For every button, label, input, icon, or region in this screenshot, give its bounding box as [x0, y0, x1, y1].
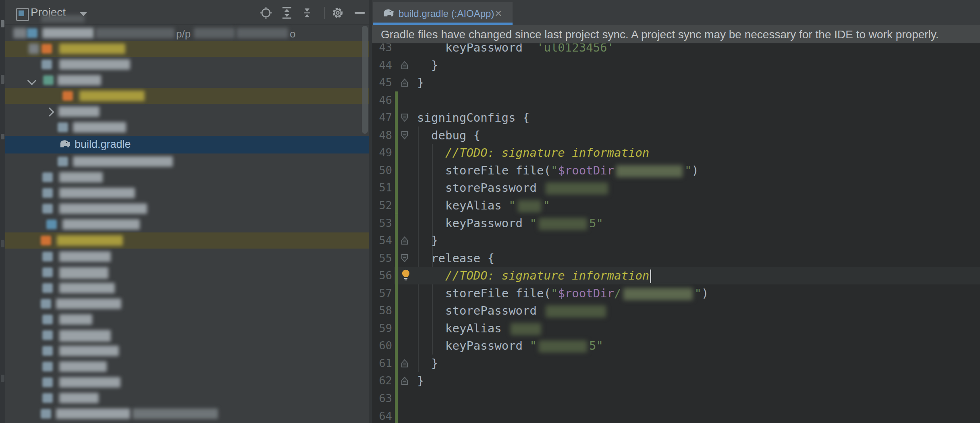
tree-row[interactable]: [5, 56, 369, 73]
tree-row-build-gradle[interactable]: build.gradle: [5, 136, 369, 153]
code-line[interactable]: 55release {: [372, 249, 980, 267]
vcs-change-bar: [395, 319, 398, 337]
line-number: 54: [372, 232, 395, 249]
vcs-change-bar: [395, 407, 398, 423]
code-line[interactable]: 48debug {: [372, 126, 980, 144]
code-line[interactable]: 58storePassword: [372, 302, 980, 319]
panel-editor-divider[interactable]: [369, 0, 372, 423]
orange-folder-icon: [42, 44, 52, 54]
teal-folder-icon: [43, 75, 54, 85]
blur-redaction: [539, 218, 587, 230]
tree-row[interactable]: [5, 264, 369, 280]
blur-redaction: [96, 28, 174, 38]
tree-row[interactable]: [5, 390, 369, 406]
code-line[interactable]: 50storeFile file("$rootDir"): [372, 162, 980, 179]
tree-row[interactable]: [5, 311, 369, 328]
toolbar-separator: [324, 7, 325, 19]
slate-folder-icon: [58, 157, 68, 166]
tree-row[interactable]: [5, 296, 369, 312]
tree-row[interactable]: [5, 249, 369, 265]
code-line[interactable]: 57storeFile file("$rootDir/"): [372, 284, 980, 302]
blur-redaction: [133, 408, 218, 419]
tree-row[interactable]: [5, 88, 369, 104]
code-text: //TODO: signature information: [403, 144, 649, 162]
code-text: storePassword: [403, 179, 610, 197]
code-line[interactable]: 52keyAlias "": [372, 197, 980, 214]
code-text: signingConfigs {: [403, 109, 529, 126]
locate-icon[interactable]: [259, 6, 273, 20]
vcs-change-bar: [395, 372, 398, 390]
code-line[interactable]: 53keyPassword "5": [372, 214, 980, 232]
vcs-change-bar: [395, 197, 398, 214]
code-line[interactable]: 51storePassword: [372, 179, 980, 197]
tree-row[interactable]: [5, 185, 369, 201]
close-icon[interactable]: ×: [495, 6, 502, 20]
code-line[interactable]: 44}: [372, 56, 980, 74]
blur-redaction: [59, 203, 147, 214]
tree-row[interactable]: [5, 41, 369, 57]
chevron-down-icon[interactable]: [80, 12, 87, 16]
code-line[interactable]: 54}: [372, 232, 980, 249]
vcs-change-bar: [395, 214, 398, 232]
tool-window-stripe: [0, 0, 5, 423]
editor-tab-bar: build.gradle (:AIOApp) ×: [372, 0, 980, 25]
slate-folder-icon: [41, 299, 51, 309]
blur-redaction: [539, 340, 587, 352]
tree-row[interactable]: [5, 119, 369, 135]
tree-row[interactable]: [5, 343, 369, 359]
code-editor[interactable]: 43keyPassword 'ul0123456'44}45}4647signi…: [372, 43, 980, 423]
code-line[interactable]: 62}: [372, 372, 980, 390]
tree-row[interactable]: [5, 327, 369, 343]
code-line[interactable]: 47signingConfigs {: [372, 109, 980, 126]
tree-row[interactable]: [5, 216, 369, 232]
blur-redaction: [59, 393, 99, 403]
slate-folder-icon: [42, 315, 53, 324]
slate-folder-icon: [42, 188, 53, 198]
tree-row[interactable]: p/po: [5, 25, 369, 41]
code-line[interactable]: 56//TODO: signature information: [372, 267, 980, 284]
tree-row[interactable]: [5, 359, 369, 375]
code-text: keyAlias: [403, 319, 543, 337]
code-line[interactable]: 64: [372, 407, 980, 423]
blur-redaction: [56, 299, 121, 309]
chevron-closed-icon[interactable]: [45, 108, 54, 117]
line-number: 49: [372, 144, 395, 162]
editor-area: build.gradle (:AIOApp) × 43keyPassword '…: [372, 0, 980, 423]
project-tree: p/pobuild.gradle: [5, 25, 369, 423]
hide-panel-icon[interactable]: [355, 12, 365, 14]
tree-row[interactable]: [5, 232, 369, 249]
blur-redaction: [73, 122, 126, 133]
line-number: 53: [372, 214, 395, 232]
tree-row[interactable]: [5, 280, 369, 296]
tree-row[interactable]: [5, 72, 369, 88]
line-number: 48: [372, 126, 395, 144]
code-line[interactable]: 46: [372, 91, 980, 109]
code-line[interactable]: 49//TODO: signature information: [372, 144, 980, 162]
tree-row[interactable]: [5, 153, 369, 170]
code-line[interactable]: 43keyPassword 'ul0123456': [372, 43, 980, 56]
code-line[interactable]: 63: [372, 390, 980, 407]
tree-row[interactable]: [5, 169, 369, 185]
chevron-open-icon[interactable]: [27, 76, 37, 85]
tree-row[interactable]: [5, 201, 369, 217]
blur-redaction: [58, 75, 101, 85]
collapse-all-icon[interactable]: [300, 6, 314, 20]
settings-gear-icon[interactable]: [330, 6, 345, 20]
line-number: 64: [372, 407, 395, 423]
blur-redaction: [59, 377, 120, 388]
tree-row[interactable]: [5, 406, 369, 422]
expand-all-icon[interactable]: [280, 6, 294, 20]
code-line[interactable]: 60keyPassword "5": [372, 337, 980, 355]
slate-folder-icon: [42, 362, 53, 371]
code-line[interactable]: 61}: [372, 355, 980, 372]
ide-window: Project p/pobuild.gradle build.gradle (:…: [0, 0, 980, 423]
tree-row[interactable]: [5, 104, 369, 120]
code-line[interactable]: 45}: [372, 74, 980, 91]
code-line[interactable]: 59keyAlias: [372, 319, 980, 337]
tab-build-gradle[interactable]: build.gradle (:AIOApp) ×: [373, 2, 513, 25]
tree-scrollbar-thumb[interactable]: [362, 26, 368, 134]
line-number: 50: [372, 162, 395, 179]
slate-folder-icon: [42, 172, 53, 182]
tree-row[interactable]: [5, 374, 369, 390]
blur-redaction: [73, 156, 173, 167]
